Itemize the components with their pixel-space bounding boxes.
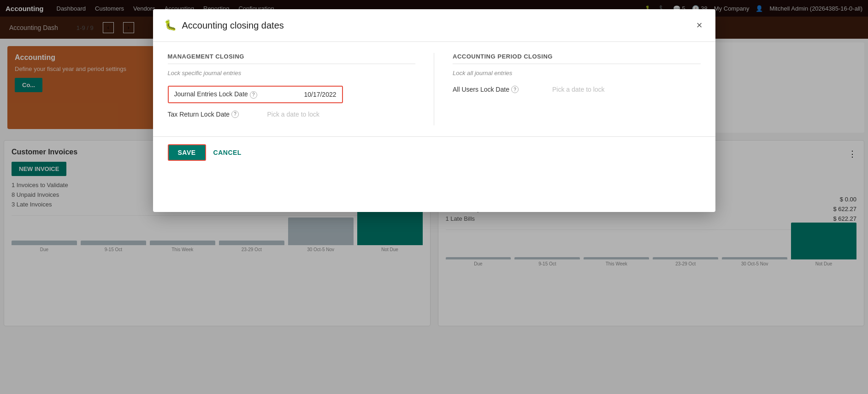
management-closing-subtitle: Lock specific journal entries [168, 70, 416, 76]
modal-bug-icon: 🐛 [164, 19, 177, 31]
tax-return-lock-row: Tax Return Lock Date ? Pick a date to lo… [168, 111, 416, 118]
all-users-lock-label: All Users Lock Date ? [453, 86, 545, 93]
modal-close-button[interactable]: × [695, 18, 704, 32]
journal-entries-lock-value: 10/17/2022 [304, 91, 336, 98]
cancel-button[interactable]: CANCEL [213, 149, 242, 156]
accounting-period-section: ACCOUNTING PERIOD CLOSING Lock all journ… [434, 53, 701, 125]
journal-entries-help-icon[interactable]: ? [250, 91, 257, 99]
journal-entries-lock-box[interactable]: Journal Entries Lock Date ? 10/17/2022 [168, 86, 343, 103]
journal-entries-lock-row: Journal Entries Lock Date ? 10/17/2022 [168, 86, 416, 103]
tax-return-lock-label: Tax Return Lock Date ? [168, 111, 260, 118]
accounting-closing-modal: 🐛 Accounting closing dates × MANAGEMENT … [153, 9, 715, 212]
modal-title: Accounting closing dates [182, 20, 689, 31]
management-closing-section: MANAGEMENT CLOSING Lock specific journal… [168, 53, 434, 125]
tax-return-label-text: Tax Return Lock Date [168, 111, 230, 118]
tax-return-help-icon[interactable]: ? [231, 111, 239, 118]
modal-header: 🐛 Accounting closing dates × [153, 9, 715, 42]
modal-overlay: 🐛 Accounting closing dates × MANAGEMENT … [0, 0, 868, 394]
journal-entries-label-text: Journal Entries Lock Date [174, 90, 248, 98]
all-users-help-icon[interactable]: ? [511, 86, 519, 93]
save-button[interactable]: SAVE [168, 144, 206, 161]
all-users-lock-row: All Users Lock Date ? Pick a date to loc… [453, 86, 701, 93]
modal-body: MANAGEMENT CLOSING Lock specific journal… [153, 42, 715, 136]
modal-footer: SAVE CANCEL [153, 136, 715, 168]
all-users-date-input[interactable]: Pick a date to lock [552, 86, 605, 93]
accounting-period-title: ACCOUNTING PERIOD CLOSING [453, 53, 701, 64]
all-users-label-text: All Users Lock Date [453, 86, 509, 93]
accounting-period-subtitle: Lock all journal entries [453, 70, 701, 76]
journal-entries-lock-label: Journal Entries Lock Date ? [174, 90, 295, 99]
tax-return-date-input[interactable]: Pick a date to lock [267, 111, 320, 118]
management-closing-title: MANAGEMENT CLOSING [168, 53, 416, 64]
